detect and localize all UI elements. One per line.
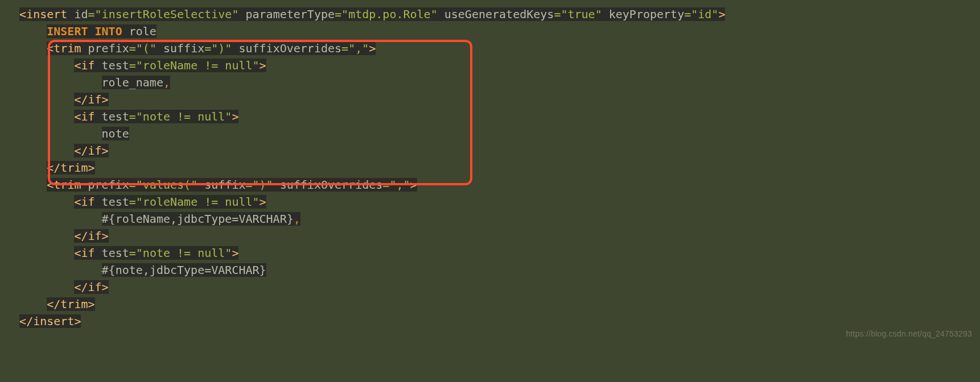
code-line: </insert> — [6, 313, 980, 330]
code-token: "insertRoleSelective" — [95, 7, 239, 21]
code-token: id — [74, 7, 88, 21]
code-block: <insert id="insertRoleSelective" paramet… — [0, 0, 980, 347]
code-token: suffixOverrides — [238, 41, 341, 55]
code-token: = — [129, 195, 136, 209]
code-token: > — [102, 93, 109, 106]
code-token: > — [410, 178, 417, 192]
code-token: INSERT INTO — [47, 24, 129, 38]
code-token: = — [129, 110, 136, 123]
code-token — [232, 41, 238, 55]
code-token: trim — [53, 178, 88, 192]
code-token: = — [88, 7, 95, 21]
code-token: if — [88, 229, 102, 243]
code-token — [602, 7, 609, 21]
code-token: "id" — [691, 7, 718, 21]
code-token: = — [335, 7, 341, 21]
code-token: </ — [74, 229, 88, 243]
code-token: > — [369, 41, 376, 55]
code-token: = — [129, 246, 136, 260]
code-token: role — [129, 24, 157, 38]
code-token: if — [81, 246, 101, 260]
code-token: trim — [60, 161, 88, 175]
code-token: role_name — [102, 76, 163, 89]
code-token: </ — [47, 297, 60, 311]
code-token: = — [341, 41, 348, 55]
code-token: > — [88, 161, 95, 175]
code-token: if — [88, 144, 102, 157]
code-token: trim — [53, 41, 88, 55]
code-token: test — [102, 195, 129, 209]
code-token — [273, 178, 280, 192]
code-token: </ — [74, 93, 88, 106]
code-line: note — [6, 125, 980, 142]
code-token: "note != null" — [136, 110, 232, 123]
code-token: ")" — [253, 178, 273, 192]
code-token: < — [74, 195, 81, 209]
code-token: </ — [74, 144, 88, 157]
code-token: < — [47, 41, 53, 55]
code-token: = — [245, 178, 252, 192]
code-token: "true" — [561, 7, 602, 21]
code-token: #{roleName,jdbcType=VARCHAR} — [102, 212, 294, 226]
code-token: </ — [19, 314, 33, 328]
code-line: </if> — [6, 227, 980, 244]
code-line: #{roleName,jdbcType=VARCHAR}, — [6, 210, 980, 227]
code-line: #{note,jdbcType=VARCHAR} — [6, 261, 980, 279]
code-line: </if> — [6, 91, 980, 108]
code-token — [438, 7, 444, 21]
code-token: > — [88, 297, 95, 311]
code-token: trim — [60, 297, 88, 311]
code-token: suffixOverrides — [280, 178, 383, 192]
code-line: </trim> — [6, 159, 980, 176]
code-line: <trim prefix="values(" suffix=")" suffix… — [6, 176, 980, 193]
code-token: "roleName != null" — [136, 195, 260, 209]
code-token: if — [81, 195, 101, 209]
code-token: prefix — [88, 178, 129, 192]
code-token: test — [102, 110, 129, 123]
code-token: insert — [26, 7, 74, 21]
code-token: #{note,jdbcType=VARCHAR} — [102, 263, 266, 277]
code-token — [157, 41, 163, 55]
code-line: <trim prefix="(" suffix=")" suffixOverri… — [6, 40, 980, 57]
code-token: suffix — [163, 41, 204, 55]
code-line: <if test="note != null"> — [6, 244, 980, 261]
code-token — [197, 178, 204, 192]
code-line: <if test="roleName != null"> — [6, 57, 980, 74]
code-token: > — [74, 314, 81, 328]
code-token: = — [204, 41, 211, 55]
code-token: > — [260, 59, 266, 72]
code-token: test — [102, 59, 129, 72]
code-token: > — [718, 7, 725, 21]
code-token: = — [554, 7, 561, 21]
code-line: role_name, — [6, 74, 980, 91]
code-token: < — [47, 178, 53, 192]
code-token: if — [88, 280, 102, 294]
code-token: , — [294, 212, 300, 226]
code-token: < — [74, 110, 81, 123]
code-line: <if test="roleName != null"> — [6, 193, 980, 210]
code-token: < — [74, 59, 81, 72]
code-token: < — [74, 246, 81, 260]
code-token: "roleName != null" — [136, 59, 260, 72]
code-token: parameterType — [246, 7, 335, 21]
code-token: test — [102, 246, 129, 260]
code-token: "values(" — [136, 178, 197, 192]
code-line: <insert id="insertRoleSelective" paramet… — [6, 6, 980, 23]
code-token: if — [88, 93, 102, 106]
code-token: > — [102, 229, 109, 243]
code-token: insert — [33, 314, 74, 328]
code-token: useGeneratedKeys — [444, 7, 554, 21]
code-token: = — [129, 59, 136, 72]
code-token: keyProperty — [609, 7, 684, 21]
code-token: > — [102, 144, 109, 157]
code-token: "note != null" — [136, 246, 232, 260]
code-token: , — [163, 76, 170, 89]
code-token — [238, 7, 245, 21]
code-token: > — [102, 280, 109, 294]
code-token: if — [81, 110, 101, 123]
code-token: "," — [348, 41, 369, 55]
code-line: <if test="note != null"> — [6, 108, 980, 125]
code-token: < — [19, 7, 26, 21]
code-line: </trim> — [6, 296, 980, 313]
code-token: ")" — [211, 41, 232, 55]
